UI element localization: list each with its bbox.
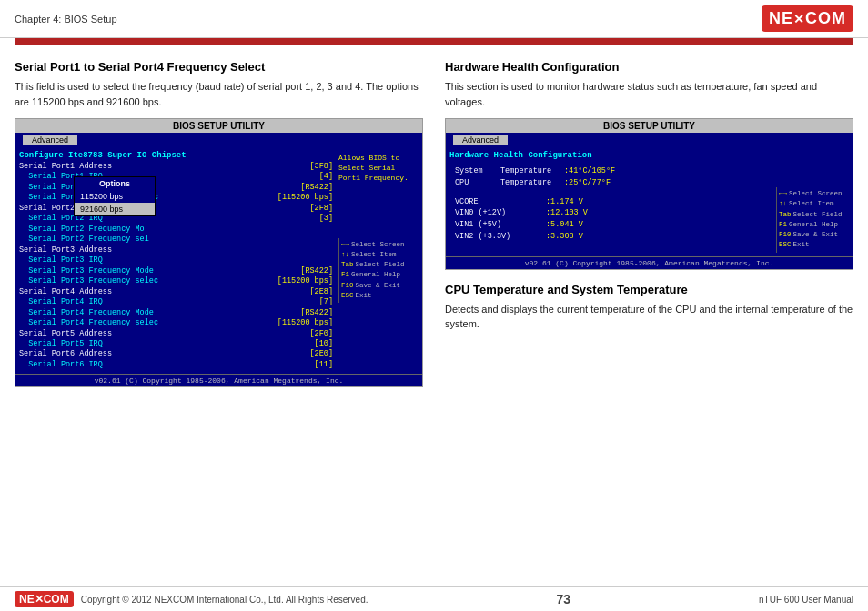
nav-r-field: Tab Select Field [779, 210, 847, 220]
bios-row-6: Serial Port2 Frequency Mo [19, 225, 333, 235]
bios-row-9: Serial Port3 IRQ [19, 255, 333, 265]
option-115200[interactable]: 115200 bps [75, 190, 155, 203]
footer-logo: NE✕COM [15, 591, 74, 607]
bios-row-18: Serial Port6 Address[2E0] [19, 349, 333, 359]
bios-row-13: Serial Port4 IRQ[7] [19, 297, 333, 307]
bios-row-0: Serial Port1 Address[3F8] [19, 162, 333, 172]
bios-main-right: Hardware Health Configuration System Tem… [449, 151, 772, 253]
bios-section-header-left: Configure Ite8783 Super IO Chipset [19, 151, 333, 160]
bios-row-11: Serial Port3 Frequency selec[115200 bps] [19, 276, 333, 286]
footer-manual-name: nTUF 600 User Manual [759, 595, 853, 605]
bios-tab-advanced-right[interactable]: Advanced [453, 135, 508, 145]
right-column: Hardware Health Configuration This secti… [445, 60, 853, 387]
chapter-title: Chapter 4: BIOS Setup [15, 14, 117, 25]
bios-row-1: Serial Port1 IRQ[4] [19, 172, 333, 182]
bios-title-left: BIOS SETUP UTILITY [15, 119, 422, 133]
nav-r-exit: ESC Exit [779, 240, 847, 250]
bios-title-right: BIOS SETUP UTILITY [446, 119, 853, 133]
bios-main-left: Configure Ite8783 Super IO Chipset Seria… [19, 151, 333, 370]
nav-r-screen: ←→ Select Screen [779, 189, 847, 199]
bios-nav-panel-left: ←→ Select Screen ↑↓ Select Item Tab Sele… [338, 238, 411, 304]
health-row-vin0: VIN0 (+12V) :12.103 V [455, 207, 767, 219]
bios-tab-bar-left: Advanced [15, 133, 422, 147]
option-921600[interactable]: 921600 bps [75, 203, 155, 215]
bios-body-left: Configure Ite8783 Super IO Chipset Seria… [15, 147, 422, 374]
bios-section-header-right: Hardware Health Configuration [449, 151, 772, 160]
nav-help: F1 General Help [341, 270, 409, 280]
footer-left: NE✕COM Copyright © 2012 NEXCOM Internati… [15, 591, 368, 607]
nav-r-item: ↑↓ Select Item [779, 199, 847, 209]
bios-row-7: Serial Port2 Frequency sel [19, 235, 333, 245]
main-content: Serial Port1 to Serial Port4 Frequency S… [0, 45, 868, 402]
right-section-title: Hardware Health Configuration [445, 60, 853, 74]
bios-row-16: Serial Port5 Address[2F0] [19, 329, 333, 339]
bios-row-10: Serial Port3 Frequency Mode[RS422] [19, 266, 333, 276]
left-section-desc: This field is used to select the frequen… [15, 79, 423, 109]
nav-field: Tab Select Field [341, 260, 409, 270]
bios-row-17: Serial Port5 IRQ[10] [19, 339, 333, 349]
nav-r-help: F1 General Help [779, 220, 847, 230]
bios-row-19: Serial Port6 IRQ[11] [19, 360, 333, 370]
nav-r-save: F10 Save & Exit [779, 230, 847, 240]
health-readings: System Temperature :41°C/105°F CPU Tempe… [449, 162, 772, 246]
left-section-title: Serial Port1 to Serial Port4 Frequency S… [15, 60, 423, 74]
sub-section-desc: Detects and displays the current tempera… [445, 302, 853, 332]
bios-row-5: Serial Port2 IRQ[3] [19, 214, 333, 224]
nav-screen: ←→ Select Screen [341, 240, 409, 250]
health-row-vin2: VIN2 (+3.3V) :3.308 V [455, 231, 767, 243]
bios-row-4: Serial Port2 Address[2F8] [19, 204, 333, 214]
nav-exit: ESC Exit [341, 291, 409, 301]
health-row-system: System Temperature :41°C/105°F [455, 165, 767, 177]
page-footer: NE✕COM Copyright © 2012 NEXCOM Internati… [0, 586, 868, 611]
health-spacer-1 [455, 189, 767, 196]
bios-row-15: Serial Port4 Frequency selec[115200 bps] [19, 318, 333, 328]
right-section-desc: This section is used to monitor hardware… [445, 79, 853, 109]
bios-row-14: Serial Port4 Frequency Mode[RS422] [19, 308, 333, 318]
nexcom-logo: NE✕COM [762, 5, 853, 32]
bios-row-2: Serial Port1 Frequency Mode[RS422] [19, 183, 333, 193]
options-title: Options [75, 177, 155, 190]
bios-box-right: BIOS SETUP UTILITY Advanced Hardware Hea… [445, 118, 853, 270]
bios-footer-right: v02.61 (C) Copyright 1985-2006, American… [446, 256, 853, 269]
bios-row-3: Serial Port1 Frequency selec[115200 bps] [19, 193, 333, 203]
page-header: Chapter 4: BIOS Setup NE✕COM [0, 0, 868, 38]
bios-sidebar-left: Allows BIOS to Select Serial Port1 Frequ… [337, 151, 419, 370]
bios-footer-left: v02.61 (C) Copyright 1985-2006, American… [15, 374, 422, 386]
logo-text: NE✕COM [769, 9, 846, 27]
bios-nav-panel-right: ←→ Select Screen ↑↓ Select Item Tab Sele… [776, 187, 849, 253]
bios-nav-left: ←→ Select Screen ↑↓ Select Item Tab Sele… [338, 238, 417, 304]
health-row-cpu: CPU Temperature :25°C/77°F [455, 177, 767, 189]
footer-page-number: 73 [557, 592, 571, 606]
sub-section: CPU Temperature and System Temperature D… [445, 283, 853, 332]
bios-tab-advanced-left[interactable]: Advanced [23, 135, 77, 145]
bios-tab-bar-right: Advanced [446, 133, 853, 147]
options-popup: Options 115200 bps 921600 bps [74, 176, 156, 216]
bios-box-left: BIOS SETUP UTILITY Advanced Configure It… [15, 118, 423, 387]
bios-sidebar-text: Allows BIOS to Select Serial Port1 Frequ… [338, 153, 417, 184]
health-row-vcore: VCORE :1.174 V [455, 196, 767, 208]
bios-row-8: Serial Port3 Address [19, 245, 333, 255]
footer-copyright: Copyright © 2012 NEXCOM International Co… [81, 595, 368, 605]
nav-save: F10 Save & Exit [341, 281, 409, 291]
bios-row-12: Serial Port4 Address[2E8] [19, 287, 333, 297]
nav-item: ↑↓ Select Item [341, 250, 409, 260]
bios-body-right: Hardware Health Configuration System Tem… [446, 147, 853, 256]
health-row-vin1: VIN1 (+5V) :5.041 V [455, 219, 767, 231]
red-bar [15, 38, 853, 45]
left-column: Serial Port1 to Serial Port4 Frequency S… [15, 60, 423, 387]
sub-section-title: CPU Temperature and System Temperature [445, 283, 853, 296]
